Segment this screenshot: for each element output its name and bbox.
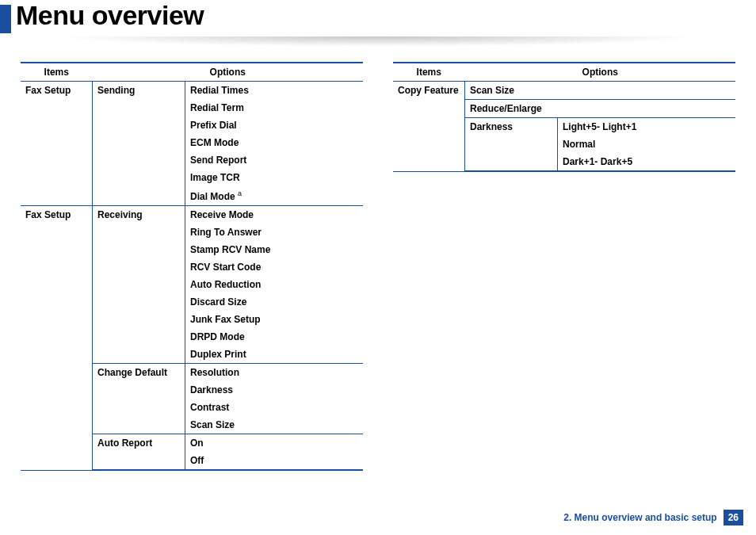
sub-cell: Scan Size — [465, 82, 736, 100]
option-line: Ring To Answer — [190, 224, 358, 241]
page-title: Menu overview — [16, 0, 204, 31]
option-line: Redial Term — [190, 99, 358, 117]
option-line: Contrast — [190, 399, 358, 416]
option-line: Stamp RCV Name — [190, 241, 358, 258]
option-line: Darkness — [190, 381, 358, 399]
option-line: On — [190, 438, 358, 452]
option-line: ECM Mode — [190, 134, 358, 151]
header-options: Options — [93, 63, 364, 82]
option-line: Redial Times — [190, 85, 358, 99]
options-cell: Light+5- Light+1NormalDark+1- Dark+5 — [558, 118, 736, 172]
option-line: Prefix Dial — [190, 117, 358, 134]
left-column: Items Options Fax SetupSendingRedial Tim… — [21, 62, 363, 471]
option-line: RCV Start Code — [190, 258, 358, 276]
items-cell: Fax Setup — [21, 206, 93, 471]
page-title-bar: Menu overview — [0, 0, 756, 38]
option-line: Receive Mode — [190, 209, 358, 224]
option-line: Normal — [563, 136, 731, 153]
sub-cell: Auto Report — [93, 434, 185, 471]
sub-cell: Sending — [93, 82, 185, 206]
right-menu-table: Items Options Copy FeatureScan SizeReduc… — [393, 62, 735, 172]
header-items: Items — [393, 63, 465, 82]
page-number-badge: 26 — [724, 510, 743, 525]
left-menu-table: Items Options Fax SetupSendingRedial Tim… — [21, 62, 363, 471]
right-column: Items Options Copy FeatureScan SizeReduc… — [393, 62, 735, 172]
sub-cell: Change Default — [93, 364, 185, 434]
options-cell: Receive ModeRing To AnswerStamp RCV Name… — [185, 206, 364, 364]
sub-cell: Darkness — [465, 118, 558, 172]
content-columns: Items Options Fax SetupSendingRedial Tim… — [0, 38, 756, 471]
options-cell: ResolutionDarknessContrastScan Size — [185, 364, 364, 434]
option-line: Discard Size — [190, 293, 358, 311]
option-line: Image TCR — [190, 169, 358, 186]
option-line: Junk Fax Setup — [190, 311, 358, 328]
option-line: Scan Size — [190, 416, 358, 430]
page-footer: 2. Menu overview and basic setup 26 — [563, 510, 743, 525]
option-line: Off — [190, 452, 358, 466]
sub-cell: Receiving — [93, 206, 185, 364]
option-line: Light+5- Light+1 — [563, 121, 731, 136]
title-accent — [0, 5, 11, 33]
option-line: Dial Mode a — [190, 186, 358, 202]
option-line: Resolution — [190, 367, 358, 381]
items-cell: Fax Setup — [21, 82, 93, 206]
option-line: Auto Reduction — [190, 276, 358, 293]
options-cell: Redial TimesRedial TermPrefix DialECM Mo… — [185, 82, 364, 206]
footnote-mark: a — [238, 189, 242, 197]
sub-cell: Reduce/Enlarge — [465, 100, 736, 118]
option-line: Send Report — [190, 151, 358, 169]
option-line: DRPD Mode — [190, 328, 358, 346]
items-cell: Copy Feature — [393, 82, 465, 172]
options-cell: OnOff — [185, 434, 364, 471]
option-line: Dark+1- Dark+5 — [563, 153, 731, 167]
header-options: Options — [465, 63, 736, 82]
option-line: Duplex Print — [190, 346, 358, 360]
footer-chapter: 2. Menu overview and basic setup — [563, 512, 716, 523]
header-items: Items — [21, 63, 93, 82]
